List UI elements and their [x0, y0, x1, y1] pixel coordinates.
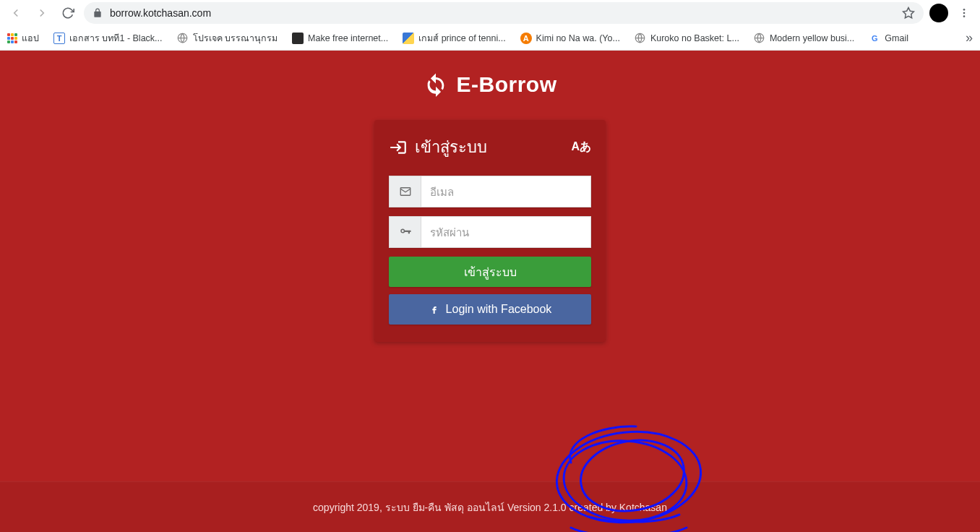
login-title: เข้าสู่ระบบ: [415, 134, 487, 160]
google-icon: G: [869, 33, 880, 44]
password-field[interactable]: [421, 216, 591, 248]
bookmarks-bar: แอป T เอกสาร บทที1 - Black... โปรเจค บรร…: [0, 26, 980, 51]
bookmark-item[interactable]: Modern yellow busi...: [754, 33, 854, 44]
bookmark-item[interactable]: โปรเจค บรรณานุกรม: [177, 31, 278, 46]
back-button[interactable]: [6, 3, 26, 23]
url-text: borrow.kotchasan.com: [110, 7, 211, 19]
apps-icon: [7, 33, 17, 43]
bookmark-label: Gmail: [885, 33, 908, 43]
svg-marker-0: [903, 8, 914, 18]
bookmark-apps[interactable]: แอป: [7, 31, 39, 46]
bookmark-star-icon[interactable]: [902, 7, 915, 20]
page-body: E-Borrow เข้าสู่ระบบ Aあ: [0, 51, 980, 532]
login-facebook-button[interactable]: Login with Facebook: [389, 294, 591, 325]
button-label: Login with Facebook: [446, 303, 552, 316]
lock-icon: [93, 8, 103, 18]
site-icon: [403, 33, 414, 44]
bookmark-item[interactable]: เกมส์ prince of tenni...: [403, 31, 505, 46]
bookmark-label: Make free internet...: [308, 33, 388, 43]
page-footer: copyright 2019, ระบบ ยืม-คืน พัสดุ ออนไล…: [0, 481, 980, 532]
app-logo: E-Borrow: [424, 72, 557, 97]
bookmarks-overflow-button[interactable]: »: [966, 30, 973, 46]
bookmark-label: Modern yellow busi...: [770, 33, 854, 43]
address-bar[interactable]: borrow.kotchasan.com: [84, 2, 924, 24]
login-door-icon: [389, 138, 408, 157]
bookmark-item[interactable]: Kuroko no Basket: L...: [635, 33, 739, 44]
bookmark-label: เกมส์ prince of tenni...: [418, 31, 505, 46]
globe-icon: [177, 33, 189, 44]
browser-toolbar: borrow.kotchasan.com: [0, 0, 980, 26]
bookmark-label: Kuroko no Basket: L...: [650, 33, 739, 43]
reload-button[interactable]: [58, 3, 78, 23]
bookmark-item[interactable]: T เอกสาร บทที1 - Black...: [53, 31, 163, 46]
profile-avatar[interactable]: [929, 4, 948, 22]
site-icon: [292, 33, 304, 44]
page-icon: T: [53, 33, 65, 44]
bookmark-item[interactable]: G Gmail: [869, 33, 908, 44]
bookmark-label: โปรเจค บรรณานุกรม: [193, 31, 278, 46]
email-field[interactable]: [421, 176, 591, 207]
bookmark-label: Kimi no Na wa. (Yo...: [536, 33, 620, 43]
globe-icon: [635, 33, 646, 44]
site-icon: A: [520, 33, 532, 44]
envelope-icon: [389, 176, 421, 207]
login-submit-button[interactable]: เข้าสู่ระบบ: [389, 257, 591, 287]
browser-menu-button[interactable]: [954, 3, 974, 23]
login-card: เข้าสู่ระบบ Aあ เข้าสู่ระบบ: [374, 120, 606, 342]
svg-point-3: [963, 15, 966, 17]
app-title: E-Borrow: [457, 72, 557, 97]
bookmark-item[interactable]: Make free internet...: [292, 33, 388, 44]
facebook-icon: [429, 304, 440, 315]
password-input-group: [389, 216, 591, 248]
button-label: เข้าสู่ระบบ: [464, 263, 517, 281]
footer-text: copyright 2019, ระบบ ยืม-คืน พัสดุ ออนไล…: [313, 499, 667, 515]
forward-button[interactable]: [32, 3, 52, 23]
bookmark-item[interactable]: A Kimi no Na wa. (Yo...: [520, 33, 620, 44]
email-input-group: [389, 176, 591, 207]
key-icon: [389, 216, 421, 248]
bookmark-label: แอป: [22, 31, 39, 46]
language-switch-button[interactable]: Aあ: [571, 140, 591, 155]
bookmark-label: เอกสาร บทที1 - Black...: [69, 31, 163, 46]
svg-point-1: [963, 9, 966, 11]
globe-icon: [754, 33, 765, 44]
refresh-arrows-icon: [424, 72, 448, 97]
svg-point-2: [963, 12, 966, 14]
